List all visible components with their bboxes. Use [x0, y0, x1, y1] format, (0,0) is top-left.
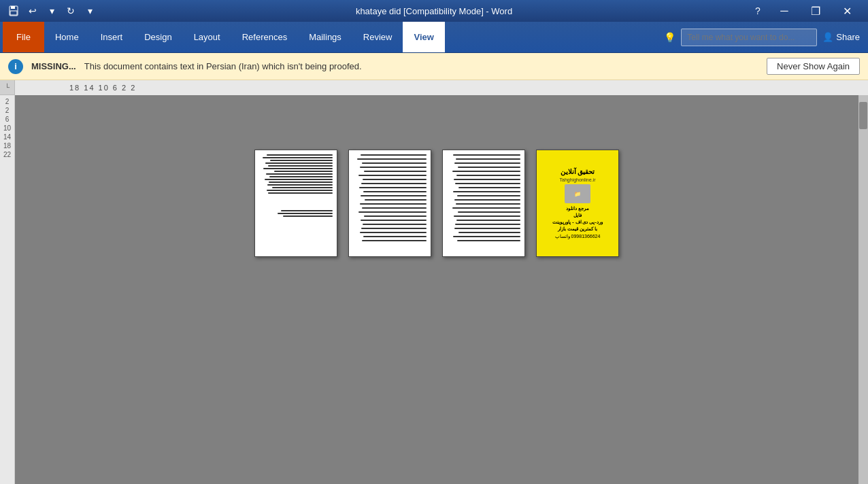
tab-home[interactable]: Home	[44, 22, 90, 52]
vertical-ruler: 2 2 6 10 14 18 22	[0, 95, 15, 484]
page-2[interactable]	[348, 150, 431, 257]
tab-mailings[interactable]: Mailings	[298, 22, 352, 52]
quick-access-toolbar: ↩ ▾ ↻ ▾	[5, 3, 98, 19]
save-button[interactable]	[5, 3, 22, 19]
main-area: 2 2 6 10 14 18 22	[0, 95, 868, 484]
horizontal-ruler: └ 18 14 10 6 2 2	[0, 80, 868, 95]
title-bar: ↩ ▾ ↻ ▾ khataye did [Compatibility Mode]…	[0, 0, 868, 22]
ribbon: File Home Insert Design Layout Reference…	[0, 22, 868, 53]
ribbon-search-input[interactable]	[681, 29, 817, 46]
ruler-v-mark: 14	[3, 133, 11, 141]
tab-layout[interactable]: Layout	[183, 22, 231, 52]
ruler-corner[interactable]: └	[0, 80, 15, 95]
ribbon-search-area: 💡	[664, 22, 817, 52]
page-3-content	[443, 150, 524, 247]
document-canvas[interactable]: تحقیق آنلاین Tahghighonline.ir 📁 مرجع دا…	[15, 95, 858, 484]
ruler-marks: 18 14 10 6 2 2	[0, 80, 868, 95]
info-bar: i MISSING... This document contains text…	[0, 53, 868, 80]
vertical-scrollbar[interactable]	[858, 95, 868, 484]
ruler-v-mark: 10	[3, 124, 11, 132]
tab-references[interactable]: References	[231, 22, 298, 52]
svg-rect-2	[10, 11, 17, 15]
help-icon[interactable]: ?	[750, 3, 766, 19]
redo-button[interactable]: ↻	[63, 3, 79, 19]
page-2-content	[349, 150, 431, 247]
pages-row: تحقیق آنلاین Tahghighonline.ir 📁 مرجع دا…	[254, 150, 619, 257]
info-icon: i	[8, 59, 23, 74]
ruler-text: 18 14 10 6 2 2	[69, 84, 136, 92]
ad-line1: فایل	[573, 212, 582, 219]
info-message: This document contains text in Persian (…	[84, 61, 758, 71]
ad-subtitle: مرجع دانلود	[566, 205, 589, 212]
tab-review[interactable]: Review	[352, 22, 403, 52]
ruler-v-mark: 2	[5, 107, 10, 114]
tab-file[interactable]: File	[3, 22, 44, 52]
tab-view[interactable]: View	[403, 22, 444, 52]
svg-rect-1	[11, 6, 15, 9]
close-button[interactable]: ✕	[831, 0, 863, 22]
page-3[interactable]	[442, 150, 525, 257]
share-button[interactable]: 👤 Share	[817, 22, 865, 52]
ad-line2: ورد-پی دی اف - پاورپوینت	[552, 219, 602, 226]
missing-label: MISSING...	[31, 61, 76, 71]
undo-dropdown[interactable]: ▾	[44, 3, 60, 19]
ruler-v-mark: 18	[3, 142, 11, 150]
ruler-v-mark: 22	[3, 151, 11, 158]
tab-design[interactable]: Design	[133, 22, 182, 52]
title-bar-title: khataye did [Compatibility Mode] - Word	[356, 6, 512, 16]
undo-button[interactable]: ↩	[24, 3, 41, 19]
ad-title: تحقیق آنلاین	[561, 167, 595, 176]
never-show-button[interactable]: Never Show Again	[767, 58, 860, 75]
person-icon: 👤	[822, 32, 833, 42]
page-4-ad[interactable]: تحقیق آنلاین Tahghighonline.ir 📁 مرجع دا…	[536, 150, 619, 257]
qat-more-button[interactable]: ▾	[82, 3, 98, 19]
page-1-content	[255, 150, 337, 221]
ad-phone: 09981366624 واتساپ	[555, 234, 601, 239]
page-1[interactable]	[254, 150, 337, 257]
scrollbar-thumb[interactable]	[859, 102, 867, 129]
ruler-v-mark: 2	[5, 98, 10, 105]
minimize-button[interactable]: ─	[769, 0, 800, 22]
tab-insert[interactable]: Insert	[90, 22, 134, 52]
lightbulb-icon: 💡	[664, 32, 675, 43]
ruler-v-mark: 6	[5, 116, 10, 123]
ad-line3: با کمترین قیمت بازار	[558, 226, 597, 232]
window-controls: ─ ❐ ✕	[769, 0, 863, 22]
restore-button[interactable]: ❐	[800, 0, 831, 22]
ad-site: Tahghighonline.ir	[560, 177, 596, 182]
